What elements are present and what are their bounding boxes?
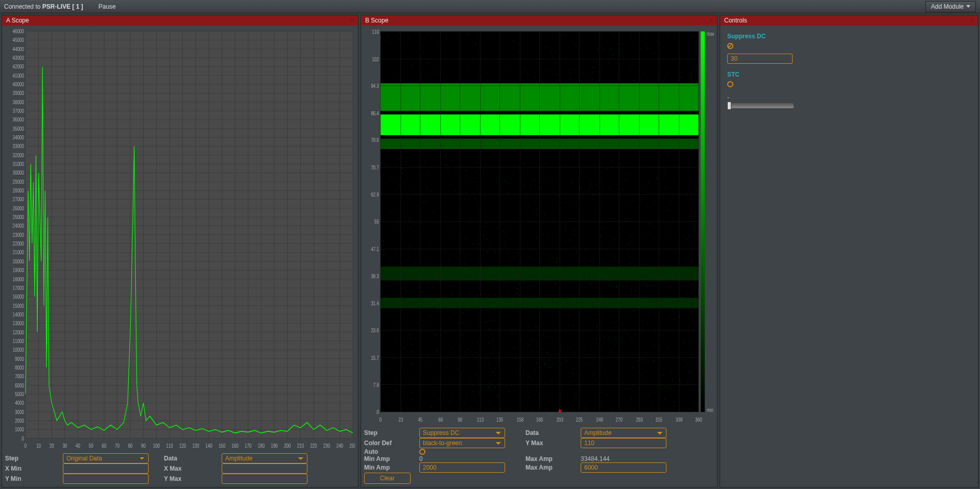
svg-rect-1400: [510, 63, 510, 64]
svg-rect-510: [595, 396, 595, 397]
svg-rect-463: [628, 179, 628, 180]
ymax-input[interactable]: [581, 438, 666, 448]
svg-rect-894: [450, 349, 451, 350]
clear-button[interactable]: Clear: [364, 473, 411, 484]
svg-rect-879: [594, 336, 595, 337]
svg-rect-2050: [636, 290, 636, 291]
svg-rect-1469: [521, 321, 521, 322]
svg-rect-1419: [664, 186, 665, 187]
svg-rect-1041: [485, 353, 486, 354]
svg-rect-2495: [422, 282, 423, 283]
svg-rect-2433: [555, 284, 556, 285]
svg-rect-1733: [517, 288, 517, 289]
svg-rect-1051: [665, 369, 666, 370]
xmin-input[interactable]: [63, 463, 149, 474]
svg-rect-2503: [520, 340, 521, 341]
svg-rect-449: [680, 72, 680, 73]
b-scope-chart[interactable]: 0234568901131351581802032252482702933153…: [364, 29, 714, 425]
svg-rect-1550: [531, 352, 532, 353]
step-select[interactable]: Suppress DC: [419, 428, 505, 438]
svg-text:55: 55: [374, 218, 379, 225]
svg-rect-664: [654, 345, 654, 346]
svg-rect-2363: [515, 188, 515, 189]
svg-rect-1869: [395, 340, 395, 341]
svg-rect-1813: [555, 69, 555, 70]
svg-rect-1268: [440, 179, 440, 180]
svg-text:203: 203: [557, 417, 563, 423]
svg-rect-2122: [683, 308, 683, 309]
close-icon[interactable]: ×: [351, 17, 354, 23]
svg-rect-443: [411, 64, 411, 65]
slider-thumb[interactable]: [727, 102, 731, 110]
svg-rect-2236: [633, 367, 633, 368]
svg-rect-278: [610, 48, 610, 50]
svg-rect-1493: [612, 380, 612, 381]
svg-text:47.1: 47.1: [371, 246, 379, 253]
close-icon[interactable]: ×: [710, 17, 713, 23]
svg-rect-2039: [625, 162, 626, 163]
ymin-input[interactable]: [63, 474, 149, 484]
stc-slider[interactable]: [727, 103, 794, 108]
svg-rect-2571: [383, 240, 384, 241]
svg-rect-2161: [516, 281, 516, 282]
pause-button[interactable]: Pause: [99, 3, 116, 10]
svg-rect-1100: [643, 72, 643, 73]
step-select[interactable]: Original Data: [63, 453, 149, 463]
svg-rect-430: [482, 150, 483, 151]
minamp-input[interactable]: [419, 462, 505, 473]
svg-rect-2590: [523, 180, 524, 181]
xmax-input[interactable]: [222, 463, 307, 474]
ymax-input[interactable]: [222, 474, 307, 484]
svg-text:0: 0: [21, 436, 23, 442]
svg-rect-1027: [495, 320, 496, 321]
data-select[interactable]: Amplitude: [222, 453, 307, 463]
maxamp-input[interactable]: [581, 462, 666, 473]
svg-rect-1581: [616, 217, 616, 218]
close-icon[interactable]: ×: [971, 17, 974, 23]
svg-rect-860: [411, 309, 411, 310]
svg-rect-1921: [692, 76, 693, 77]
svg-rect-1639: [510, 370, 510, 371]
svg-rect-1815: [457, 369, 458, 370]
svg-rect-1531: [660, 356, 661, 357]
svg-rect-1204: [448, 259, 449, 260]
svg-rect-1743: [573, 248, 573, 249]
svg-rect-2111: [388, 405, 389, 406]
svg-rect-862: [397, 37, 398, 38]
svg-rect-2540: [696, 254, 696, 255]
svg-rect-2063: [614, 402, 614, 403]
svg-text:70.7: 70.7: [371, 164, 379, 171]
data-select[interactable]: Amplitude: [581, 428, 666, 438]
svg-rect-1311: [418, 287, 419, 288]
svg-rect-883: [596, 80, 596, 81]
svg-rect-194: [585, 406, 585, 407]
stc-toggle[interactable]: [727, 81, 733, 87]
suppress-dc-input[interactable]: [727, 54, 793, 64]
svg-rect-1754: [686, 263, 686, 264]
svg-rect-1274: [673, 402, 674, 403]
svg-rect-334: [565, 198, 566, 199]
a-scope-chart[interactable]: 0102030405060708090100110120130140150160…: [5, 29, 355, 450]
svg-rect-2036: [553, 367, 554, 368]
svg-rect-2498: [442, 202, 442, 203]
svg-rect-1826: [677, 212, 678, 213]
svg-rect-2077: [617, 63, 617, 64]
svg-rect-1484: [687, 52, 688, 53]
suppress-dc-toggle[interactable]: [727, 43, 733, 49]
svg-rect-1237: [485, 158, 485, 159]
svg-rect-2550: [487, 80, 488, 81]
connection-status: Connected to PSR-LIVE [ 1 ]: [4, 3, 83, 10]
svg-rect-1354: [476, 297, 477, 298]
svg-rect-2125: [632, 257, 632, 258]
svg-rect-2263: [669, 223, 670, 224]
svg-rect-1264: [689, 37, 689, 38]
svg-rect-2019: [612, 178, 612, 179]
svg-rect-848: [623, 258, 623, 259]
svg-rect-1839: [428, 356, 428, 357]
add-module-button[interactable]: Add Module: [925, 1, 976, 12]
svg-rect-949: [660, 218, 661, 219]
auto-radio[interactable]: [419, 449, 425, 455]
svg-rect-1705: [409, 218, 409, 219]
colordef-select[interactable]: black-to-green: [419, 438, 505, 448]
svg-rect-1000: [390, 256, 390, 257]
